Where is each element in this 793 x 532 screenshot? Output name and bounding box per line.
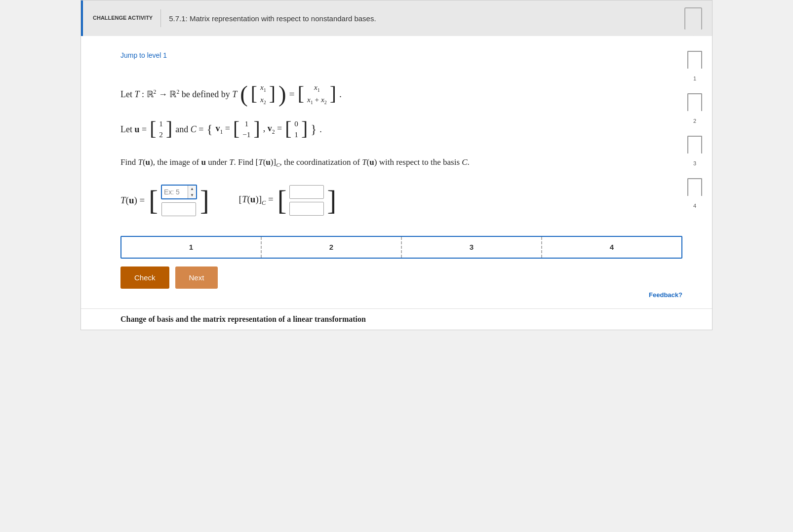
problem-definition: Let T : ℝ2 → ℝ2 be defined by T ( [ x1 x… — [120, 83, 682, 106]
tuc-input-bottom[interactable] — [289, 202, 324, 216]
period-2: . — [319, 124, 322, 135]
button-row: Check Next — [120, 266, 682, 289]
v1-cell-1: 1 — [244, 119, 248, 128]
tuc-label: [T(u)]C = — [239, 194, 274, 207]
challenge-title: 5.7.1: Matrix representation with respec… — [169, 14, 376, 23]
u-col: 1 2 — [157, 119, 165, 140]
u-left-bracket: [ — [150, 119, 156, 139]
tu-input-bottom[interactable] — [161, 202, 196, 216]
out-cell-x1x2: x1 + x2 — [307, 95, 327, 106]
spinner-arrows: ▲ ▼ — [188, 186, 196, 198]
tuc-right-bracket: ] — [327, 190, 336, 211]
footer-text: Change of basis and the matrix represent… — [120, 315, 366, 323]
output-matrix: [ x1 x1 + x2 ] — [298, 83, 336, 106]
progress-num-3: 3 — [470, 243, 474, 251]
tuc-left-bracket: [ — [278, 190, 287, 211]
v1-left-bracket: [ — [233, 119, 239, 139]
u-matrix: [ 1 2 ] — [150, 119, 172, 140]
level-3-num: 3 — [693, 160, 696, 166]
v1-col: 1 −1 — [240, 119, 252, 140]
tuc-expr: [T(u)]C = [ ] — [239, 185, 336, 216]
level-4-num: 4 — [693, 203, 696, 209]
challenge-label: CHALLENGE ACTIVITY — [93, 14, 153, 22]
cell-x2: x2 — [260, 95, 266, 106]
v2-right-bracket: ] — [301, 119, 308, 139]
v2-cell-1: 0 — [294, 119, 298, 128]
v1-cell-2: −1 — [242, 130, 250, 139]
right-bracket-2: ] — [330, 84, 336, 104]
progress-segment-3[interactable]: 3 — [402, 237, 542, 258]
right-bracket: ] — [269, 84, 276, 104]
let-T-text: Let T : ℝ2 → ℝ2 be defined by T — [120, 89, 237, 100]
tu-inputs: ▲ ▼ — [159, 185, 199, 216]
progress-num-4: 4 — [610, 243, 614, 251]
progress-segment-2[interactable]: 2 — [262, 237, 402, 258]
spinner-up[interactable]: ▲ — [188, 186, 196, 192]
answer-row: T(u) = [ ▲ ▼ — [120, 185, 682, 216]
next-button[interactable]: Next — [175, 266, 218, 289]
spinner-down[interactable]: ▼ — [188, 192, 196, 198]
v2-col: 0 1 — [292, 119, 300, 140]
level-1-num: 1 — [693, 76, 696, 81]
v2-matrix: [ 0 1 ] — [285, 119, 308, 140]
feedback-link[interactable]: Feedback? — [649, 291, 682, 299]
tu-input-top-wrap[interactable]: ▲ ▼ — [161, 185, 197, 199]
progress-segment-1[interactable]: 1 — [121, 237, 262, 258]
tuc-input-top[interactable] — [289, 185, 324, 199]
progress-segment-4[interactable]: 4 — [542, 237, 681, 258]
period-1: . — [339, 88, 342, 100]
left-bracket-2: [ — [298, 84, 304, 104]
matrix-col-2: x1 x1 + x2 — [305, 83, 329, 106]
u-cell-2: 2 — [159, 130, 163, 139]
tuc-inputs — [287, 185, 326, 216]
set-open: { — [206, 122, 212, 136]
check-button[interactable]: Check — [120, 266, 169, 289]
side-badges: 1 2 3 4 — [687, 46, 702, 209]
input-matrix: [ x1 x2 ] — [251, 83, 276, 106]
progress-num-1: 1 — [189, 243, 193, 251]
jump-link[interactable]: Jump to level 1 — [120, 51, 167, 59]
close-paren: ) — [278, 85, 286, 103]
challenge-header: CHALLENGE ACTIVITY 5.7.1: Matrix represe… — [81, 0, 712, 36]
v2-label: , v2 = — [263, 123, 282, 135]
v1-right-bracket: ] — [253, 119, 260, 139]
v1-matrix: [ 1 −1 ] — [233, 119, 260, 140]
u-cell-1: 1 — [159, 119, 163, 128]
find-statement: Find T(u), the image of u under T. Find … — [120, 155, 682, 170]
out-cell-x1: x1 — [314, 83, 320, 93]
tuc-answer-matrix: [ ] — [278, 185, 336, 216]
tu-expr: T(u) = [ ▲ ▼ — [120, 185, 209, 216]
progress-section: 1 2 3 4 — [120, 236, 682, 259]
set-close: } — [311, 122, 317, 136]
matrix-col: x1 x2 — [258, 83, 268, 106]
tu-left-bracket: [ — [149, 190, 158, 211]
u-c-definition: Let u = [ 1 2 ] and C = { v1 = [ — [120, 119, 682, 140]
level-2-num: 2 — [693, 118, 696, 124]
v2-left-bracket: [ — [285, 119, 291, 139]
tu-input-top[interactable] — [162, 186, 188, 198]
and-c-text: and C = — [175, 124, 203, 135]
progress-bar: 1 2 3 4 — [120, 236, 682, 259]
tu-answer-matrix: [ ▲ ▼ ] — [149, 185, 209, 216]
header-divider — [160, 9, 161, 27]
v1-label: v1 = — [215, 123, 230, 135]
left-bracket: [ — [251, 84, 257, 104]
progress-num-2: 2 — [329, 243, 333, 251]
equals-sign: = — [289, 88, 295, 100]
open-paren: ( — [240, 85, 248, 103]
tu-right-bracket: ] — [200, 190, 209, 211]
main-container: CHALLENGE ACTIVITY 5.7.1: Matrix represe… — [80, 0, 713, 330]
let-u-text: Let u = — [120, 124, 147, 135]
u-right-bracket: ] — [166, 119, 172, 139]
cell-x1: x1 — [260, 83, 266, 93]
v2-cell-2: 1 — [294, 130, 298, 139]
content-area: Jump to level 1 Let T : ℝ2 → ℝ2 be defin… — [81, 36, 712, 308]
footer-hint: Change of basis and the matrix represent… — [81, 308, 712, 330]
tu-label: T(u) = — [120, 195, 145, 206]
